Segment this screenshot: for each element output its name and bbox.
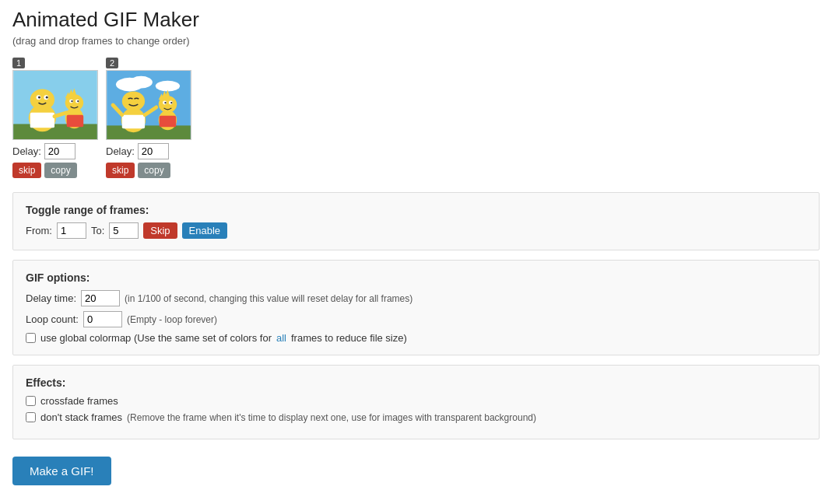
toggle-range-title: Toggle range of frames:: [26, 204, 806, 216]
toggle-range-panel: Toggle range of frames: From: To: Skip E…: [12, 192, 820, 250]
frame-image-1: [12, 70, 98, 140]
range-enable-button[interactable]: Enable: [182, 222, 227, 239]
frame-actions-1: skip copy: [12, 163, 77, 178]
frame-delay-row-2: Delay:: [106, 143, 169, 159]
from-label: From:: [26, 225, 52, 236]
svg-point-23: [156, 81, 180, 92]
frame-image-2: [106, 70, 191, 140]
frame-actions-2: skip copy: [106, 163, 170, 178]
loop-count-note: (Empty - loop forever): [127, 314, 217, 325]
frames-row: 1: [12, 58, 820, 178]
to-label: To:: [91, 225, 104, 236]
delay-time-input[interactable]: [81, 290, 120, 306]
delay-time-label: Delay time:: [26, 292, 76, 304]
svg-rect-24: [107, 125, 191, 139]
frame-delay-input-2[interactable]: [138, 143, 169, 159]
loop-count-row: Loop count: (Empty - loop forever): [26, 311, 806, 327]
frame-skip-button-1[interactable]: skip: [12, 163, 41, 178]
frame-number-1: 1: [12, 58, 25, 68]
frame-number-2: 2: [106, 58, 118, 68]
delay-time-note: (in 1/100 of second, changing this value…: [125, 293, 412, 304]
page-subtitle: (drag and drop frames to change order): [12, 35, 820, 47]
loop-count-label: Loop count:: [26, 313, 79, 325]
svg-point-8: [46, 96, 48, 99]
svg-rect-11: [67, 115, 84, 128]
frame-delay-row-1: Delay:: [12, 143, 75, 159]
crossfade-label: crossfade frames: [40, 395, 118, 407]
dont-stack-label: don't stack frames: [40, 411, 122, 423]
frame-card-2: 2: [106, 58, 191, 178]
svg-point-38: [164, 102, 166, 103]
effects-title: Effects:: [26, 376, 806, 389]
colormap-label2: frames to reduce file size): [291, 332, 407, 344]
crossfade-checkbox[interactable]: [26, 396, 36, 406]
make-gif-button[interactable]: Make a GIF!: [12, 457, 111, 485]
effects-panel: Effects: crossfade frames don't stack fr…: [12, 365, 820, 439]
svg-rect-1: [13, 124, 97, 139]
frame-delay-label-1: Delay:: [12, 145, 41, 157]
svg-point-19: [77, 100, 79, 102]
svg-rect-31: [160, 116, 177, 128]
dont-stack-row: don't stack frames (Remove the frame whe…: [26, 411, 806, 423]
frame-card-1: 1: [12, 58, 98, 178]
loop-count-input[interactable]: [83, 311, 122, 327]
svg-rect-26: [122, 115, 145, 129]
gif-options-panel: GIF options: Delay time: (in 1/100 of se…: [12, 260, 820, 355]
colormap-row: use global colormap (Use the same set of…: [26, 332, 806, 344]
frame-skip-button-2[interactable]: skip: [106, 163, 135, 178]
svg-point-27: [122, 91, 145, 110]
svg-point-4: [30, 89, 54, 110]
gif-options-title: GIF options:: [26, 271, 806, 284]
frame-delay-label-2: Delay:: [106, 145, 135, 157]
frame-copy-button-1[interactable]: copy: [44, 163, 76, 178]
dont-stack-note: (Remove the frame when it's time to disp…: [127, 412, 536, 423]
dont-stack-checkbox[interactable]: [26, 412, 36, 422]
frame-delay-input-1[interactable]: [44, 143, 75, 159]
toggle-range-row: From: To: Skip Enable: [26, 222, 806, 239]
svg-point-18: [71, 100, 72, 102]
colormap-checkbox[interactable]: [26, 333, 36, 343]
colormap-label: use global colormap (Use the same set of…: [40, 332, 272, 344]
delay-time-row: Delay time: (in 1/100 of second, changin…: [26, 290, 806, 306]
colormap-link[interactable]: all: [276, 332, 286, 344]
from-input[interactable]: [57, 222, 86, 239]
svg-point-22: [130, 76, 153, 89]
svg-rect-3: [30, 113, 54, 128]
page-title: Animated GIF Maker: [12, 8, 820, 32]
crossfade-row: crossfade frames: [26, 395, 806, 407]
range-skip-button[interactable]: Skip: [143, 222, 177, 239]
frame-copy-button-2[interactable]: copy: [138, 163, 170, 178]
svg-point-7: [38, 96, 40, 99]
svg-point-39: [170, 102, 172, 103]
to-input[interactable]: [109, 222, 139, 239]
